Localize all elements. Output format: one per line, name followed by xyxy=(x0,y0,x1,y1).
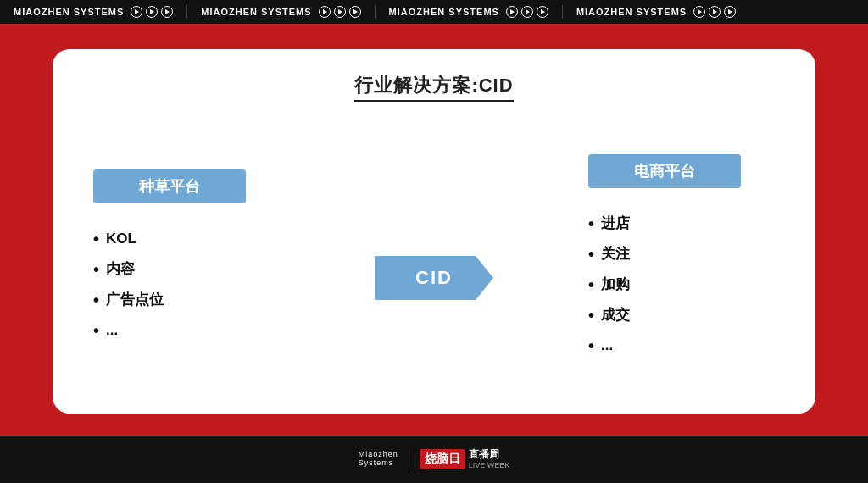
card-title: 行业解决方案:CID xyxy=(354,73,513,102)
cid-label: CID xyxy=(415,267,453,289)
ticker-icons-3 xyxy=(506,6,548,18)
left-bullet-list: KOL 内容 广告点位 ... xyxy=(93,224,164,346)
arrow-body: CID xyxy=(375,256,493,300)
right-item-1: 进店 xyxy=(588,208,630,239)
play-icon-1 xyxy=(131,6,142,18)
right-item-4: 成交 xyxy=(588,300,630,330)
ticker-text-1: MIAOZHEN SYSTEMS xyxy=(14,7,124,17)
right-item-2: 关注 xyxy=(588,239,630,269)
play-icon-11 xyxy=(709,6,721,18)
miaozhen-line2: Systems xyxy=(359,459,398,468)
footer-brand: 烧脑日 直播周 LIVE WEEK xyxy=(420,448,510,469)
left-column: 种草平台 KOL 内容 广告点位 ... xyxy=(93,169,280,346)
ticker-icons-4 xyxy=(693,6,736,18)
play-icon-5 xyxy=(334,6,346,18)
footer-miaozhen-text: Miaozhen Systems xyxy=(359,451,398,468)
ticker-segment-3: MIAOZHEN SYSTEMS xyxy=(376,6,562,18)
brand-main: 烧脑日 xyxy=(420,449,465,469)
brand-sub: 直播周 LIVE WEEK xyxy=(469,448,510,469)
footer-divider xyxy=(409,447,409,471)
main-area: 行业解决方案:CID 种草平台 KOL 内容 广告点位 ... CID xyxy=(0,24,868,436)
left-header: 种草平台 xyxy=(93,169,246,203)
footer: Miaozhen Systems 烧脑日 直播周 LIVE WEEK xyxy=(0,436,868,483)
ticker-icons-1 xyxy=(131,6,173,18)
play-icon-6 xyxy=(349,6,361,18)
play-icon-10 xyxy=(693,6,705,18)
brand-main-text: 烧脑日 xyxy=(425,452,460,465)
right-bullet-list: 进店 关注 加购 成交 ... xyxy=(588,208,630,361)
right-item-5: ... xyxy=(588,330,630,361)
play-icon-3 xyxy=(161,6,173,18)
ticker-text-4: MIAOZHEN SYSTEMS xyxy=(576,7,687,17)
ticker-segment-2: MIAOZHEN SYSTEMS xyxy=(187,6,374,18)
right-item-3: 加购 xyxy=(588,269,630,300)
left-item-3: 广告点位 xyxy=(93,285,164,315)
content-card: 行业解决方案:CID 种草平台 KOL 内容 广告点位 ... CID xyxy=(53,49,815,414)
left-item-2: 内容 xyxy=(93,254,164,285)
ticker-text-3: MIAOZHEN SYSTEMS xyxy=(389,7,499,17)
cid-arrow: CID xyxy=(375,256,493,300)
ticker-segment-1: MIAOZHEN SYSTEMS xyxy=(0,6,186,18)
left-item-4: ... xyxy=(93,315,164,346)
content-row: 种草平台 KOL 内容 广告点位 ... CID 电商平台 xyxy=(93,129,775,386)
right-column: 电商平台 进店 关注 加购 成交 ... xyxy=(588,154,775,361)
right-header: 电商平台 xyxy=(588,154,741,188)
play-icon-12 xyxy=(724,6,736,18)
play-icon-2 xyxy=(146,6,158,18)
cid-arrow-wrap: CID xyxy=(280,256,588,300)
play-icon-9 xyxy=(537,6,548,18)
left-item-1: KOL xyxy=(93,224,164,254)
ticker-bar: MIAOZHEN SYSTEMS MIAOZHEN SYSTEMS MIAOZH… xyxy=(0,0,868,24)
ticker-icons-2 xyxy=(319,6,361,18)
brand-sub-line2: LIVE WEEK xyxy=(469,461,510,470)
play-icon-7 xyxy=(506,6,518,18)
play-icon-8 xyxy=(521,6,533,18)
footer-logo: Miaozhen Systems xyxy=(359,451,398,468)
play-icon-4 xyxy=(319,6,331,18)
ticker-text-2: MIAOZHEN SYSTEMS xyxy=(201,7,311,17)
ticker-segment-4: MIAOZHEN SYSTEMS xyxy=(563,6,749,18)
brand-sub-line1: 直播周 xyxy=(469,448,510,460)
